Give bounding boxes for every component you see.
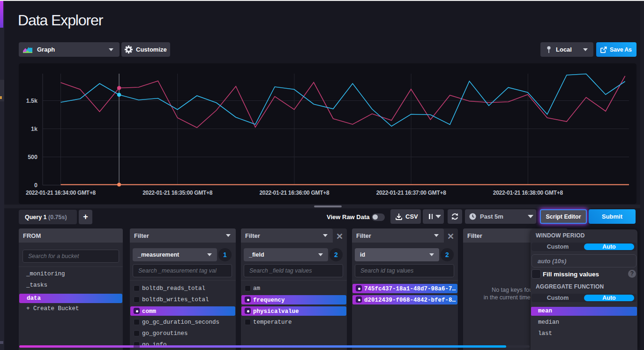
- svg-text:2022-01-21 16:35:00 GMT+8: 2022-01-21 16:35:00 GMT+8: [142, 190, 213, 196]
- svg-text:2022-01-21 16:36:00 GMT+8: 2022-01-21 16:36:00 GMT+8: [259, 190, 329, 196]
- svg-text:1k: 1k: [31, 126, 37, 132]
- svg-text:2022-01-21 16:38:00 GMT+8: 2022-01-21 16:38:00 GMT+8: [493, 190, 563, 196]
- svg-text:0: 0: [34, 182, 37, 189]
- svg-text:2022-01-21 16:37:00 GMT+8: 2022-01-21 16:37:00 GMT+8: [376, 190, 447, 196]
- svg-text:2022-01-21 16:34:00 GMT+8: 2022-01-21 16:34:00 GMT+8: [26, 190, 96, 196]
- svg-text:500: 500: [28, 154, 37, 160]
- svg-text:1.5k: 1.5k: [26, 98, 37, 104]
